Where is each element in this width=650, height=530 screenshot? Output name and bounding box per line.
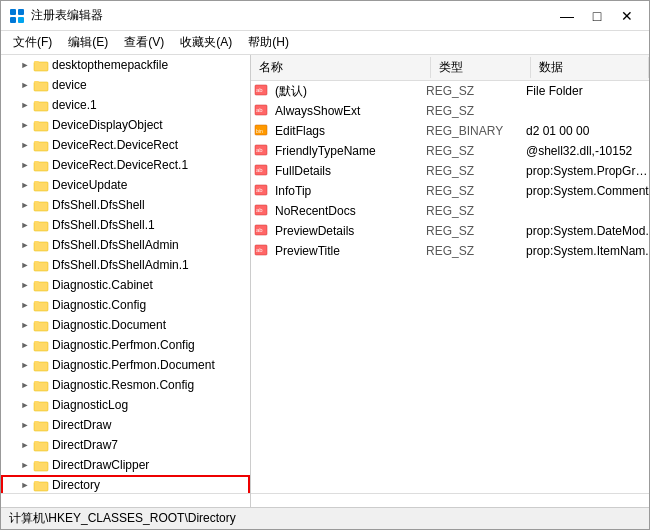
expand-icon[interactable]: ►	[17, 100, 33, 110]
svg-text:ab: ab	[256, 227, 263, 233]
tree-item[interactable]: ► DiagnosticLog	[1, 395, 250, 415]
close-button[interactable]: ✕	[613, 5, 641, 27]
minimize-button[interactable]: —	[553, 5, 581, 27]
tree-item[interactable]: ► DirectDrawClipper	[1, 455, 250, 475]
folder-icon	[33, 157, 49, 173]
svg-text:ab: ab	[256, 167, 263, 173]
expand-icon[interactable]: ►	[17, 60, 33, 70]
expand-icon[interactable]: ►	[17, 180, 33, 190]
expand-icon[interactable]: ►	[17, 220, 33, 230]
expand-icon[interactable]: ►	[17, 200, 33, 210]
expand-icon[interactable]: ►	[17, 400, 33, 410]
registry-entry-name: FullDetails	[271, 164, 426, 178]
registry-row[interactable]: abFullDetailsREG_SZprop:System.PropGrou.	[251, 161, 649, 181]
expand-icon[interactable]: ►	[17, 380, 33, 390]
tree-item[interactable]: ► Diagnostic.Document	[1, 315, 250, 335]
tree-item[interactable]: ► Diagnostic.Cabinet	[1, 275, 250, 295]
tree-item-label: DfsShell.DfsShellAdmin	[52, 238, 179, 252]
registry-row[interactable]: abInfoTipREG_SZprop:System.Comment	[251, 181, 649, 201]
tree-item[interactable]: ► DeviceUpdate	[1, 175, 250, 195]
expand-icon[interactable]: ►	[17, 320, 33, 330]
expand-icon[interactable]: ►	[17, 140, 33, 150]
status-path: 计算机\HKEY_CLASSES_ROOT\Directory	[9, 510, 236, 527]
left-scrollbar[interactable]	[1, 493, 250, 507]
expand-icon[interactable]: ►	[17, 440, 33, 450]
svg-rect-31	[34, 242, 48, 251]
title-bar: 注册表编辑器 — □ ✕	[1, 1, 649, 31]
tree-item[interactable]: ► Diagnostic.Config	[1, 295, 250, 315]
registry-entry-icon: ab	[251, 103, 271, 120]
tree-item[interactable]: ► Diagnostic.Perfmon.Config	[1, 335, 250, 355]
svg-rect-64	[34, 462, 48, 471]
registry-row[interactable]: abFriendlyTypeNameREG_SZ@shell32.dll,-10…	[251, 141, 649, 161]
tree-item-label: DirectDrawClipper	[52, 458, 149, 472]
tree-item[interactable]: ► DeviceRect.DeviceRect.1	[1, 155, 250, 175]
svg-rect-60	[34, 421, 39, 423]
registry-entry-name: PreviewDetails	[271, 224, 426, 238]
tree-item[interactable]: ► DfsShell.DfsShellAdmin	[1, 235, 250, 255]
svg-rect-54	[34, 381, 39, 383]
registry-entry-data: prop:System.PropGrou.	[526, 164, 649, 178]
registry-entry-type: REG_SZ	[426, 224, 526, 238]
registry-entry-data: prop:System.Comment	[526, 184, 649, 198]
tree-item[interactable]: ► Diagnostic.Resmon.Config	[1, 375, 250, 395]
registry-row[interactable]: abPreviewTitleREG_SZprop:System.ItemNam.	[251, 241, 649, 261]
expand-icon[interactable]: ►	[17, 260, 33, 270]
expand-icon[interactable]: ►	[17, 280, 33, 290]
svg-rect-67	[34, 482, 48, 491]
tree-item[interactable]: ► DirectDraw7	[1, 435, 250, 455]
folder-icon	[33, 417, 49, 433]
tree-item-label: device	[52, 78, 87, 92]
menu-item[interactable]: 收藏夹(A)	[172, 32, 240, 53]
tree-item-label: DiagnosticLog	[52, 398, 128, 412]
registry-scroll[interactable]: ab(默认)REG_SZFile FolderabAlwaysShowExtRE…	[251, 81, 649, 493]
maximize-button[interactable]: □	[583, 5, 611, 27]
tree-item[interactable]: ► DfsShell.DfsShell	[1, 195, 250, 215]
svg-rect-2	[10, 17, 16, 23]
menu-item[interactable]: 帮助(H)	[240, 32, 297, 53]
registry-entry-type: REG_SZ	[426, 204, 526, 218]
tree-item[interactable]: ► DirectDraw	[1, 415, 250, 435]
expand-icon[interactable]: ►	[17, 420, 33, 430]
expand-icon[interactable]: ►	[17, 80, 33, 90]
svg-rect-66	[34, 461, 39, 463]
registry-row[interactable]: binEditFlagsREG_BINARYd2 01 00 00	[251, 121, 649, 141]
folder-icon	[33, 357, 49, 373]
tree-item[interactable]: ► DeviceDisplayObject	[1, 115, 250, 135]
right-scrollbar[interactable]	[251, 493, 649, 507]
tree-item-label: DeviceDisplayObject	[52, 118, 163, 132]
registry-row[interactable]: abNoRecentDocsREG_SZ	[251, 201, 649, 221]
registry-row[interactable]: abPreviewDetailsREG_SZprop:System.DateMo…	[251, 221, 649, 241]
registry-entry-name: NoRecentDocs	[271, 204, 426, 218]
registry-row[interactable]: ab(默认)REG_SZFile Folder	[251, 81, 649, 101]
expand-icon[interactable]: ►	[17, 300, 33, 310]
tree-item-label: device.1	[52, 98, 97, 112]
tree-item[interactable]: ► DeviceRect.DeviceRect	[1, 135, 250, 155]
tree-item[interactable]: ► DfsShell.DfsShell.1	[1, 215, 250, 235]
tree-scroll[interactable]: ► desktopthemepackfile► device► device.1…	[1, 55, 250, 493]
menu-item[interactable]: 查看(V)	[116, 32, 172, 53]
menu-item[interactable]: 编辑(E)	[60, 32, 116, 53]
expand-icon[interactable]: ►	[17, 480, 33, 490]
tree-item[interactable]: ► desktopthemepackfile	[1, 55, 250, 75]
svg-rect-16	[34, 142, 48, 151]
menu-item[interactable]: 文件(F)	[5, 32, 60, 53]
expand-icon[interactable]: ►	[17, 160, 33, 170]
expand-icon[interactable]: ►	[17, 460, 33, 470]
tree-item[interactable]: ► DfsShell.DfsShellAdmin.1	[1, 255, 250, 275]
expand-icon[interactable]: ►	[17, 360, 33, 370]
tree-item[interactable]: ► device.1	[1, 95, 250, 115]
folder-icon	[33, 217, 49, 233]
svg-rect-9	[34, 81, 39, 83]
tree-item[interactable]: ► Diagnostic.Perfmon.Document	[1, 355, 250, 375]
registry-entry-icon: ab	[251, 203, 271, 220]
tree-item[interactable]: ► device	[1, 75, 250, 95]
expand-icon[interactable]: ►	[17, 340, 33, 350]
expand-icon[interactable]: ►	[17, 120, 33, 130]
registry-row[interactable]: abAlwaysShowExtREG_SZ	[251, 101, 649, 121]
tree-item[interactable]: ► Directory	[1, 475, 250, 493]
svg-rect-6	[34, 61, 39, 63]
folder-icon	[33, 317, 49, 333]
expand-icon[interactable]: ►	[17, 240, 33, 250]
registry-entry-name: EditFlags	[271, 124, 426, 138]
